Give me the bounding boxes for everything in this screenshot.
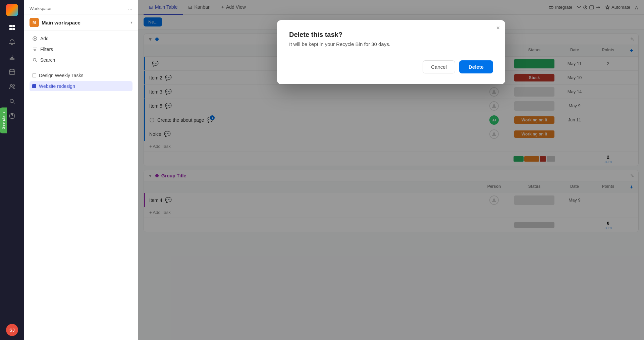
nav-item-icon [32, 73, 36, 77]
sidebar-icon-search[interactable] [6, 95, 18, 107]
modal-overlay[interactable]: × Delete this task? It will be kept in y… [138, 0, 644, 340]
svg-rect-0 [9, 25, 12, 27]
sidebar-icon-bell[interactable] [6, 36, 18, 48]
delete-task-modal: × Delete this task? It will be kept in y… [277, 20, 505, 84]
main-content: ⊞ Main Table ⊟ Kanban + Add View Integra… [138, 0, 644, 340]
filters-icon [32, 47, 38, 52]
workspace-name-label: Main workspace [42, 20, 128, 25]
nav-section: Design Weekly Tasks Website redesign [24, 68, 138, 94]
workspace-selector[interactable]: M Main workspace ▾ [24, 14, 138, 31]
svg-point-11 [33, 58, 36, 61]
svg-point-8 [10, 99, 13, 103]
sidebar-icon-download[interactable] [6, 51, 18, 63]
app-logo[interactable] [6, 4, 18, 16]
sidebar: See plans SJ [0, 0, 24, 340]
quick-actions: Add Filters Search [24, 31, 138, 68]
modal-close-button[interactable]: × [496, 25, 500, 31]
nav-item-icon [32, 84, 36, 88]
modal-title: Delete this task? [289, 31, 493, 39]
sidebar-icon-help[interactable] [6, 110, 18, 122]
nav-item-label: Website redesign [39, 83, 75, 89]
see-plans-banner[interactable]: See plans [0, 107, 7, 133]
add-action[interactable]: Add [30, 34, 132, 44]
svg-rect-4 [10, 59, 14, 59]
svg-rect-1 [12, 25, 15, 27]
svg-rect-2 [9, 28, 12, 30]
modal-subtitle: It will be kept in your Recycle Bin for … [289, 41, 493, 47]
cancel-button[interactable]: Cancel [423, 60, 455, 73]
sidebar-item-design-weekly[interactable]: Design Weekly Tasks [30, 70, 132, 80]
filters-label: Filters [40, 47, 53, 52]
svg-rect-5 [9, 70, 15, 74]
svg-point-7 [13, 85, 15, 87]
svg-point-6 [10, 84, 12, 87]
sidebar-icon-grid[interactable] [6, 21, 18, 34]
left-panel-header: Workspace ... [24, 0, 138, 14]
add-label: Add [40, 36, 49, 41]
workspace-chevron-icon: ▾ [130, 20, 132, 25]
sidebar-icon-users[interactable] [6, 80, 18, 93]
sidebar-item-website-redesign[interactable]: Website redesign [30, 81, 132, 91]
search-label: Search [40, 57, 55, 63]
search-icon [32, 57, 38, 63]
sidebar-icon-calendar[interactable] [6, 66, 18, 78]
nav-item-label: Design Weekly Tasks [39, 73, 84, 78]
workspace-avatar: M [30, 18, 39, 27]
workspace-options-button[interactable]: ... [128, 5, 132, 11]
add-icon [32, 36, 38, 41]
modal-actions: Cancel Delete [289, 60, 493, 73]
delete-button[interactable]: Delete [459, 60, 493, 73]
filters-action[interactable]: Filters [30, 44, 132, 54]
user-avatar[interactable]: SJ [6, 324, 18, 336]
svg-rect-3 [12, 28, 15, 30]
search-action[interactable]: Search [30, 55, 132, 65]
workspace-section-title: Workspace [30, 6, 128, 11]
left-panel: Workspace ... M Main workspace ▾ Add Fil… [24, 0, 138, 340]
